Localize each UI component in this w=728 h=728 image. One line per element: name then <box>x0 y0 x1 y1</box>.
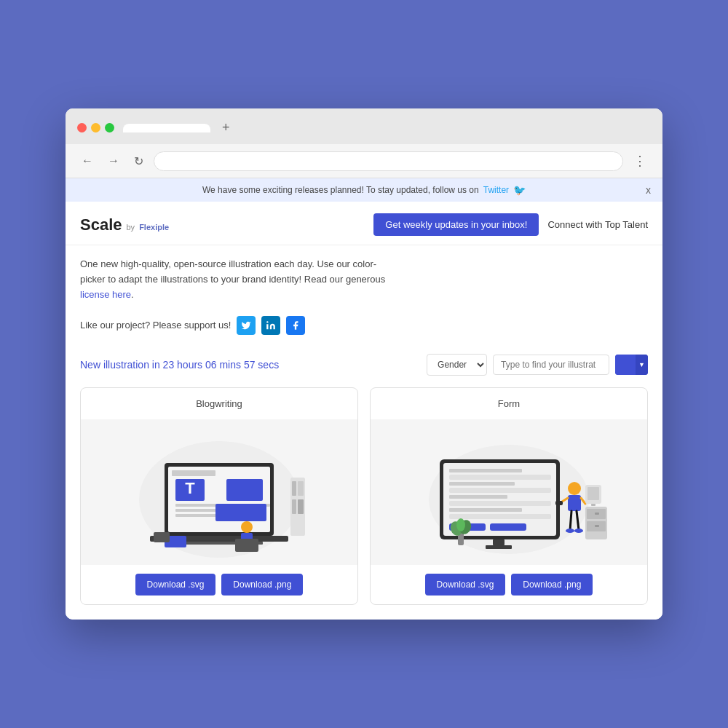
color-picker-wrapper: ▼ <box>615 355 648 375</box>
page-content: We have some exciting releases planned! … <box>66 178 662 619</box>
site-description: One new high-quality, open-source illust… <box>66 245 662 308</box>
card-actions-blogwriting: Download .svg Download .png <box>81 565 357 604</box>
logo-by: by <box>127 223 135 232</box>
header-buttons: Get weekly updates in your inbox! Connec… <box>373 213 648 236</box>
browser-titlebar: + <box>66 108 662 144</box>
svg-rect-34 <box>449 501 551 506</box>
svg-point-14 <box>241 521 253 533</box>
svg-point-48 <box>566 529 574 533</box>
svg-rect-32 <box>449 488 551 493</box>
new-tab-button[interactable]: + <box>216 117 236 138</box>
illustration-card-blogwriting: Blogwriting T <box>80 387 358 605</box>
maximize-button[interactable] <box>105 123 114 132</box>
svg-rect-21 <box>298 481 304 496</box>
svg-rect-56 <box>595 513 599 515</box>
menu-button[interactable]: ⋮ <box>629 150 651 172</box>
logo-area: Scale by Flexiple <box>80 215 169 234</box>
svg-rect-39 <box>493 539 505 545</box>
svg-rect-35 <box>449 508 522 512</box>
minimize-button[interactable] <box>91 123 100 132</box>
filter-controls: Gender ▼ <box>427 354 648 376</box>
svg-rect-22 <box>292 499 296 514</box>
card-title-form: Form <box>371 388 647 419</box>
color-dropdown-button[interactable]: ▼ <box>636 355 648 375</box>
svg-rect-25 <box>154 532 170 542</box>
svg-rect-44 <box>555 501 563 505</box>
social-label: Like our project? Please support us! <box>80 320 231 331</box>
download-png-form[interactable]: Download .png <box>511 574 593 596</box>
tab-bar: + <box>123 117 651 138</box>
svg-point-53 <box>456 518 465 531</box>
svg-rect-30 <box>449 475 551 480</box>
address-bar[interactable] <box>154 151 623 171</box>
svg-rect-23 <box>298 499 304 514</box>
download-svg-blogwriting[interactable]: Download .svg <box>135 574 216 596</box>
card-actions-form: Download .svg Download .png <box>371 565 647 604</box>
card-image-blogwriting: T <box>81 419 357 565</box>
browser-toolbar: ← → ↻ ⋮ <box>66 144 662 178</box>
svg-rect-40 <box>486 545 512 549</box>
site-header: Scale by Flexiple Get weekly updates in … <box>66 202 662 245</box>
linkedin-social-button[interactable] <box>261 316 280 335</box>
svg-rect-58 <box>595 525 599 527</box>
search-input[interactable] <box>493 355 609 375</box>
twitter-icon: 🐦 <box>513 184 526 196</box>
connect-talent-link[interactable]: Connect with Top Talent <box>547 219 648 230</box>
card-image-form <box>371 419 647 565</box>
svg-rect-38 <box>490 523 526 531</box>
svg-point-0 <box>267 321 269 323</box>
filter-row: New illustration in 23 hours 06 mins 57 … <box>66 347 662 387</box>
social-row: Like our project? Please support us! <box>66 309 662 347</box>
reload-button[interactable]: ↻ <box>130 151 148 171</box>
facebook-social-button[interactable] <box>286 316 305 335</box>
logo-text: Scale <box>80 215 122 234</box>
banner-close-button[interactable]: x <box>646 184 651 196</box>
close-button[interactable] <box>77 123 87 132</box>
svg-rect-60 <box>587 487 599 500</box>
card-title-blogwriting: Blogwriting <box>81 388 357 419</box>
download-svg-form[interactable]: Download .svg <box>425 574 506 596</box>
active-tab[interactable] <box>123 124 210 132</box>
back-button[interactable]: ← <box>77 151 98 170</box>
banner-twitter-link[interactable]: Twitter <box>483 185 509 195</box>
license-link[interactable]: license here <box>80 289 131 300</box>
logo-brand: Flexiple <box>139 223 169 232</box>
traffic-lights <box>77 123 114 132</box>
browser-window: + ← → ↻ ⋮ We have some exciting releases… <box>66 108 662 619</box>
svg-rect-20 <box>292 481 296 496</box>
download-png-blogwriting[interactable]: Download .png <box>221 574 303 596</box>
svg-line-46 <box>570 511 571 530</box>
svg-rect-31 <box>449 482 515 486</box>
svg-rect-42 <box>568 495 581 511</box>
svg-rect-36 <box>449 514 551 519</box>
countdown-text: New illustration in 23 hours 06 mins 57 … <box>80 359 279 371</box>
svg-rect-61 <box>591 504 596 506</box>
illustration-card-form: Form <box>370 387 648 605</box>
svg-rect-11 <box>215 504 266 521</box>
newsletter-cta-button[interactable]: Get weekly updates in your inbox! <box>373 213 539 236</box>
svg-point-41 <box>568 482 581 495</box>
svg-point-49 <box>574 529 583 533</box>
description-text: One new high-quality, open-source illust… <box>80 258 385 285</box>
color-swatch[interactable] <box>615 355 636 375</box>
svg-rect-29 <box>449 469 522 472</box>
svg-rect-33 <box>449 495 507 499</box>
description-period: . <box>131 289 134 300</box>
gender-select[interactable]: Gender <box>427 354 487 376</box>
illustrations-grid: Blogwriting T <box>66 387 662 620</box>
twitter-social-button[interactable] <box>237 316 256 335</box>
svg-rect-18 <box>235 539 258 552</box>
svg-text:T: T <box>185 479 195 497</box>
svg-rect-4 <box>172 470 215 476</box>
forward-button[interactable]: → <box>103 151 124 170</box>
svg-rect-10 <box>226 479 263 501</box>
announcement-banner: We have some exciting releases planned! … <box>66 178 662 202</box>
banner-text: We have some exciting releases planned! … <box>202 185 479 195</box>
